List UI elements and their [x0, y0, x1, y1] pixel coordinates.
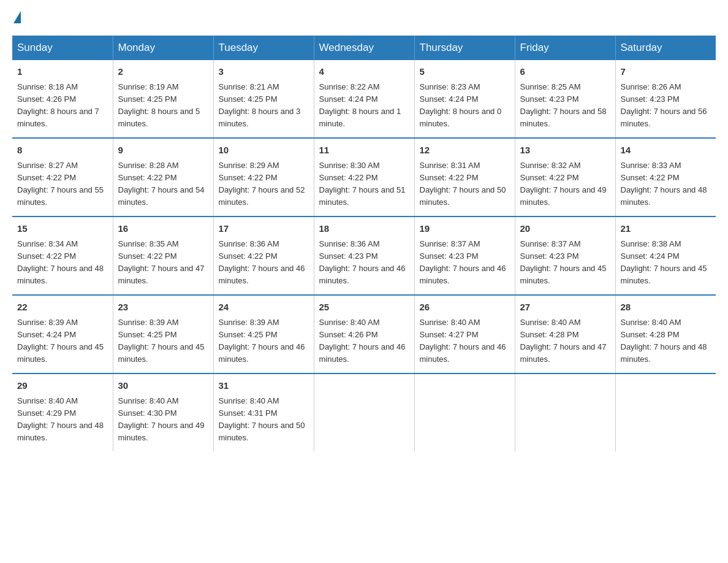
day-info: Sunrise: 8:40 AMSunset: 4:27 PMDaylight:… — [420, 318, 506, 364]
day-info: Sunrise: 8:19 AMSunset: 4:25 PMDaylight:… — [118, 82, 200, 128]
day-number: 4 — [319, 65, 409, 79]
day-info: Sunrise: 8:25 AMSunset: 4:23 PMDaylight:… — [520, 82, 607, 128]
calendar-cell — [615, 373, 716, 451]
day-number: 2 — [118, 65, 208, 79]
day-info: Sunrise: 8:32 AMSunset: 4:22 PMDaylight:… — [520, 161, 607, 207]
calendar-cell: 1 Sunrise: 8:18 AMSunset: 4:26 PMDayligh… — [12, 60, 113, 138]
day-number: 27 — [520, 301, 610, 315]
calendar-header-row: SundayMondayTuesdayWednesdayThursdayFrid… — [12, 36, 716, 60]
calendar-cell: 24 Sunrise: 8:39 AMSunset: 4:25 PMDaylig… — [213, 295, 314, 373]
calendar-cell: 20 Sunrise: 8:37 AMSunset: 4:23 PMDaylig… — [515, 216, 615, 295]
day-info: Sunrise: 8:39 AMSunset: 4:25 PMDaylight:… — [219, 318, 305, 364]
day-info: Sunrise: 8:40 AMSunset: 4:28 PMDaylight:… — [621, 318, 707, 364]
day-info: Sunrise: 8:37 AMSunset: 4:23 PMDaylight:… — [420, 239, 506, 285]
day-info: Sunrise: 8:31 AMSunset: 4:22 PMDaylight:… — [420, 161, 506, 207]
logo — [12, 12, 22, 25]
calendar-cell: 16 Sunrise: 8:35 AMSunset: 4:22 PMDaylig… — [113, 216, 213, 295]
day-number: 26 — [420, 301, 510, 315]
calendar-cell: 31 Sunrise: 8:40 AMSunset: 4:31 PMDaylig… — [213, 373, 314, 451]
day-number: 20 — [520, 222, 610, 236]
calendar-cell: 4 Sunrise: 8:22 AMSunset: 4:24 PMDayligh… — [314, 60, 414, 138]
day-number: 12 — [420, 144, 510, 158]
calendar-cell: 13 Sunrise: 8:32 AMSunset: 4:22 PMDaylig… — [515, 138, 615, 216]
day-info: Sunrise: 8:40 AMSunset: 4:30 PMDaylight:… — [118, 396, 205, 442]
day-info: Sunrise: 8:40 AMSunset: 4:26 PMDaylight:… — [319, 318, 406, 364]
calendar-cell: 8 Sunrise: 8:27 AMSunset: 4:22 PMDayligh… — [12, 138, 113, 216]
calendar-cell: 10 Sunrise: 8:29 AMSunset: 4:22 PMDaylig… — [213, 138, 314, 216]
calendar-cell: 5 Sunrise: 8:23 AMSunset: 4:24 PMDayligh… — [414, 60, 515, 138]
day-number: 7 — [621, 65, 711, 79]
day-number: 13 — [520, 144, 610, 158]
calendar-cell — [515, 373, 615, 451]
weekday-header-monday: Monday — [113, 36, 213, 60]
calendar-cell: 3 Sunrise: 8:21 AMSunset: 4:25 PMDayligh… — [213, 60, 314, 138]
logo-triangle-icon — [13, 11, 21, 23]
day-number: 25 — [319, 301, 409, 315]
calendar-cell: 26 Sunrise: 8:40 AMSunset: 4:27 PMDaylig… — [414, 295, 515, 373]
calendar-cell: 29 Sunrise: 8:40 AMSunset: 4:29 PMDaylig… — [12, 373, 113, 451]
calendar-week-row: 15 Sunrise: 8:34 AMSunset: 4:22 PMDaylig… — [12, 216, 716, 295]
day-info: Sunrise: 8:34 AMSunset: 4:22 PMDaylight:… — [17, 239, 104, 285]
day-number: 17 — [219, 222, 309, 236]
calendar-cell: 11 Sunrise: 8:30 AMSunset: 4:22 PMDaylig… — [314, 138, 414, 216]
calendar-week-row: 1 Sunrise: 8:18 AMSunset: 4:26 PMDayligh… — [12, 60, 716, 138]
calendar-cell: 2 Sunrise: 8:19 AMSunset: 4:25 PMDayligh… — [113, 60, 213, 138]
day-number: 21 — [621, 222, 711, 236]
day-number: 14 — [621, 144, 711, 158]
calendar-cell: 27 Sunrise: 8:40 AMSunset: 4:28 PMDaylig… — [515, 295, 615, 373]
day-info: Sunrise: 8:22 AMSunset: 4:24 PMDaylight:… — [319, 82, 401, 128]
day-number: 11 — [319, 144, 409, 158]
day-number: 1 — [17, 65, 108, 79]
day-number: 23 — [118, 301, 208, 315]
day-number: 19 — [420, 222, 510, 236]
day-info: Sunrise: 8:27 AMSunset: 4:22 PMDaylight:… — [17, 161, 104, 207]
day-number: 31 — [219, 379, 309, 393]
day-number: 15 — [17, 222, 108, 236]
calendar-cell: 25 Sunrise: 8:40 AMSunset: 4:26 PMDaylig… — [314, 295, 414, 373]
calendar-cell: 30 Sunrise: 8:40 AMSunset: 4:30 PMDaylig… — [113, 373, 213, 451]
calendar-cell: 18 Sunrise: 8:36 AMSunset: 4:23 PMDaylig… — [314, 216, 414, 295]
day-info: Sunrise: 8:36 AMSunset: 4:23 PMDaylight:… — [319, 239, 406, 285]
day-info: Sunrise: 8:39 AMSunset: 4:24 PMDaylight:… — [17, 318, 104, 364]
day-info: Sunrise: 8:23 AMSunset: 4:24 PMDaylight:… — [420, 82, 502, 128]
calendar-cell: 15 Sunrise: 8:34 AMSunset: 4:22 PMDaylig… — [12, 216, 113, 295]
calendar-cell: 6 Sunrise: 8:25 AMSunset: 4:23 PMDayligh… — [515, 60, 615, 138]
day-info: Sunrise: 8:35 AMSunset: 4:22 PMDaylight:… — [118, 239, 205, 285]
calendar-cell: 28 Sunrise: 8:40 AMSunset: 4:28 PMDaylig… — [615, 295, 716, 373]
day-number: 30 — [118, 379, 208, 393]
day-number: 22 — [17, 301, 108, 315]
calendar-cell: 21 Sunrise: 8:38 AMSunset: 4:24 PMDaylig… — [615, 216, 716, 295]
calendar-cell — [414, 373, 515, 451]
page-header — [12, 12, 716, 25]
day-info: Sunrise: 8:29 AMSunset: 4:22 PMDaylight:… — [219, 161, 305, 207]
day-number: 6 — [520, 65, 610, 79]
calendar-week-row: 29 Sunrise: 8:40 AMSunset: 4:29 PMDaylig… — [12, 373, 716, 451]
calendar-table: SundayMondayTuesdayWednesdayThursdayFrid… — [12, 36, 716, 451]
day-info: Sunrise: 8:26 AMSunset: 4:23 PMDaylight:… — [621, 82, 707, 128]
day-info: Sunrise: 8:30 AMSunset: 4:22 PMDaylight:… — [319, 161, 406, 207]
day-number: 9 — [118, 144, 208, 158]
day-number: 16 — [118, 222, 208, 236]
day-number: 10 — [219, 144, 309, 158]
day-info: Sunrise: 8:33 AMSunset: 4:22 PMDaylight:… — [621, 161, 707, 207]
calendar-cell: 14 Sunrise: 8:33 AMSunset: 4:22 PMDaylig… — [615, 138, 716, 216]
calendar-cell: 17 Sunrise: 8:36 AMSunset: 4:22 PMDaylig… — [213, 216, 314, 295]
calendar-cell: 7 Sunrise: 8:26 AMSunset: 4:23 PMDayligh… — [615, 60, 716, 138]
day-info: Sunrise: 8:18 AMSunset: 4:26 PMDaylight:… — [17, 82, 99, 128]
weekday-header-friday: Friday — [515, 36, 615, 60]
day-info: Sunrise: 8:39 AMSunset: 4:25 PMDaylight:… — [118, 318, 205, 364]
day-info: Sunrise: 8:21 AMSunset: 4:25 PMDaylight:… — [219, 82, 301, 128]
day-info: Sunrise: 8:28 AMSunset: 4:22 PMDaylight:… — [118, 161, 205, 207]
day-number: 29 — [17, 379, 108, 393]
calendar-week-row: 22 Sunrise: 8:39 AMSunset: 4:24 PMDaylig… — [12, 295, 716, 373]
weekday-header-tuesday: Tuesday — [213, 36, 314, 60]
day-info: Sunrise: 8:40 AMSunset: 4:31 PMDaylight:… — [219, 396, 305, 442]
day-info: Sunrise: 8:36 AMSunset: 4:22 PMDaylight:… — [219, 239, 305, 285]
calendar-cell: 19 Sunrise: 8:37 AMSunset: 4:23 PMDaylig… — [414, 216, 515, 295]
day-number: 24 — [219, 301, 309, 315]
day-info: Sunrise: 8:40 AMSunset: 4:29 PMDaylight:… — [17, 396, 104, 442]
day-info: Sunrise: 8:40 AMSunset: 4:28 PMDaylight:… — [520, 318, 607, 364]
day-number: 3 — [219, 65, 309, 79]
day-info: Sunrise: 8:38 AMSunset: 4:24 PMDaylight:… — [621, 239, 707, 285]
weekday-header-wednesday: Wednesday — [314, 36, 414, 60]
